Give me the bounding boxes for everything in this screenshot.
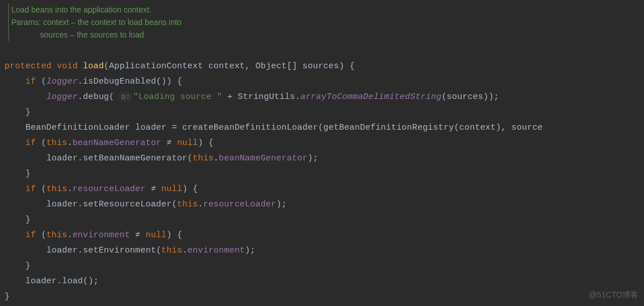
javadoc-params: Params: context – the context to load be… bbox=[11, 16, 644, 28]
kw-null-2: null bbox=[161, 184, 182, 194]
javadoc-block: Load beans into the application context.… bbox=[8, 3, 644, 41]
call-setbeannamegenerator: setBeanNameGenerator bbox=[83, 154, 187, 163]
type-object: Object bbox=[256, 61, 287, 71]
javadoc-param2: sources – the sources to load bbox=[11, 28, 644, 41]
var-loader-2: loader bbox=[47, 154, 78, 163]
kw-if-2: if bbox=[26, 138, 36, 148]
code-block[interactable]: protected void load(ApplicationContext c… bbox=[0, 43, 644, 304]
kw-this-5: this bbox=[47, 230, 68, 240]
call-debug: debug bbox=[83, 92, 109, 102]
call-createbeandefinitionloader: createBeanDefinitionLoader bbox=[182, 123, 318, 133]
field-environment-2: environment bbox=[187, 246, 245, 255]
field-logger: logger bbox=[47, 77, 78, 86]
field-environment: environment bbox=[73, 230, 130, 240]
op-neq-3: ≠ bbox=[135, 230, 140, 240]
var-loader-4: loader bbox=[47, 246, 78, 255]
type-stringutils: StringUtils bbox=[238, 92, 295, 102]
kw-if-3: if bbox=[26, 184, 36, 194]
call-setresourceloader: setResourceLoader bbox=[83, 200, 172, 209]
var-loader-5: loader bbox=[26, 276, 57, 286]
var-loader-3: loader bbox=[47, 200, 78, 209]
field-logger-2: logger bbox=[47, 92, 78, 102]
kw-this-2: this bbox=[193, 154, 214, 163]
field-beannamegenerator: beanNameGenerator bbox=[73, 138, 161, 148]
javadoc-param1: context – the context to load beans into bbox=[41, 18, 182, 27]
arg-context: context bbox=[459, 123, 496, 133]
call-load: load bbox=[62, 276, 83, 286]
type-applicationcontext: ApplicationContext bbox=[109, 61, 203, 71]
call-setenvironment: setEnvironment bbox=[83, 246, 156, 255]
string-loading-source: "Loading source " bbox=[133, 92, 221, 102]
field-beannamegenerator-2: beanNameGenerator bbox=[219, 154, 307, 163]
call-isdebugenabled: isDebugEnabled bbox=[83, 77, 156, 86]
kw-void: void bbox=[57, 61, 78, 71]
kw-this-3: this bbox=[47, 184, 68, 194]
param-context: context bbox=[208, 61, 245, 71]
kw-if-4: if bbox=[26, 230, 36, 240]
op-neq-1: ≠ bbox=[166, 138, 172, 148]
call-getbeandefinitionregistry: getBeanDefinitionRegistry bbox=[323, 123, 454, 133]
call-arraytocomma: arrayToCommaDelimitedString bbox=[300, 92, 441, 102]
javadoc-summary: Load beans into the application context. bbox=[11, 3, 644, 16]
param-sources: sources bbox=[303, 61, 339, 71]
kw-this-6: this bbox=[161, 246, 182, 255]
method-name-load: load bbox=[83, 61, 104, 71]
kw-if-1: if bbox=[26, 77, 36, 86]
param-hint-o: o: bbox=[119, 93, 132, 101]
kw-null-3: null bbox=[145, 230, 166, 240]
kw-this-4: this bbox=[177, 200, 198, 209]
arg-sources: sources bbox=[447, 92, 483, 102]
field-resourceloader-2: resourceLoader bbox=[203, 200, 277, 209]
javadoc-params-label: Params: bbox=[11, 18, 41, 27]
field-resourceloader: resourceLoader bbox=[73, 184, 146, 194]
trail-source: source bbox=[512, 123, 543, 133]
kw-this-1: this bbox=[47, 138, 68, 148]
code-editor[interactable]: Load beans into the application context.… bbox=[0, 0, 644, 306]
kw-null-1: null bbox=[177, 138, 198, 148]
kw-protected: protected bbox=[5, 61, 52, 71]
op-neq-2: ≠ bbox=[151, 184, 156, 194]
var-loader: loader bbox=[135, 123, 166, 133]
type-beandefinitionloader: BeanDefinitionLoader bbox=[26, 123, 130, 133]
